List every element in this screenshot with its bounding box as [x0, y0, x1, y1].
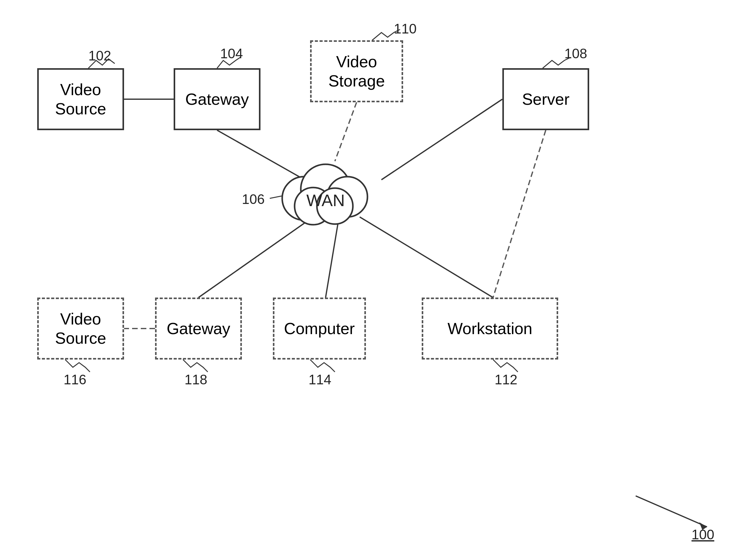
svg-line-3 — [381, 99, 502, 180]
video-source-top-label: VideoSource — [55, 80, 106, 119]
ref-108: 108 — [564, 46, 587, 61]
ref-112: 112 — [495, 372, 517, 387]
workstation-label: Workstation — [448, 319, 532, 338]
video-storage-label: VideoStorage — [329, 52, 385, 91]
wan-cloud: WAN — [273, 149, 378, 236]
gateway-top-box: Gateway — [174, 68, 260, 130]
ref-114: 114 — [308, 372, 331, 387]
ref-106: 106 — [242, 191, 264, 207]
workstation-box: Workstation — [422, 297, 558, 360]
video-source-bot-box: VideoSource — [37, 297, 124, 360]
gateway-bot-label: Gateway — [166, 319, 230, 338]
computer-label: Computer — [284, 319, 355, 338]
svg-line-8 — [493, 130, 546, 297]
ref-104: 104 — [220, 46, 243, 61]
ref-102: 102 — [88, 48, 111, 63]
svg-text:WAN: WAN — [306, 191, 345, 210]
computer-box: Computer — [273, 297, 366, 360]
server-box: Server — [502, 68, 589, 130]
ref-110: 110 — [394, 21, 416, 36]
svg-line-10 — [636, 496, 707, 527]
gateway-top-label: Gateway — [185, 90, 249, 109]
svg-line-6 — [360, 217, 493, 297]
gateway-bot-box: Gateway — [155, 297, 242, 360]
video-storage-box: VideoStorage — [310, 40, 403, 102]
server-label: Server — [522, 90, 569, 109]
ref-116: 116 — [64, 372, 86, 387]
video-source-top-box: VideoSource — [37, 68, 124, 130]
video-source-bot-label: VideoSource — [55, 309, 106, 348]
diagram-container: VideoSource Gateway VideoStorage Server … — [0, 0, 756, 552]
ref-100: 100 — [691, 527, 714, 542]
ref-118: 118 — [184, 372, 207, 387]
